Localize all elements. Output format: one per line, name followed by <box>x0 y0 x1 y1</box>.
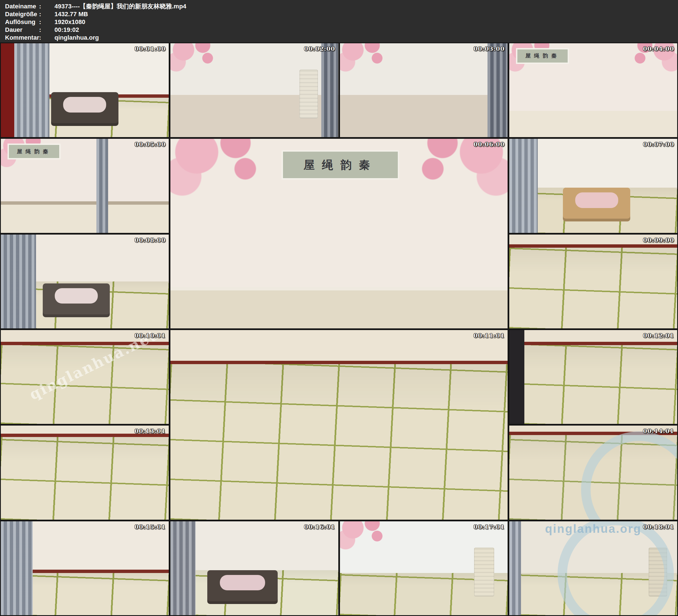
thumbnail-frame-5: 屋绳韵秦00:05:00 <box>1 139 169 233</box>
thumbnail-frame-14: 00:14:01 <box>509 426 677 519</box>
thumbnail-frame-10: qinglanhua.net00:10:01 <box>1 330 169 424</box>
cherry-blossom-decoration <box>340 43 395 76</box>
meta-value-filename: 49373----【秦韵绳屋】我们的新朋友林晓雅.mp4 <box>49 2 678 10</box>
thumbnail-frame-18: qinglanhua.org00:18:01 <box>509 521 677 615</box>
meta-label: Auflösung <box>5 18 39 26</box>
timestamp-overlay: 00:17:01 <box>474 523 504 530</box>
thumbnail-frame-15: 00:15:01 <box>1 521 169 615</box>
meta-separator: : <box>39 10 49 18</box>
meta-row-aufloesung: Auflösung : 1920x1080 <box>5 18 678 26</box>
thumbnail-frame-7: 00:07:00 <box>509 139 677 233</box>
timestamp-overlay: 00:13:01 <box>135 427 166 434</box>
floor-area <box>1 205 169 233</box>
curtain <box>487 43 507 137</box>
curtain <box>321 43 338 137</box>
floor-area <box>1 345 169 424</box>
thumbnail-frame-16: 00:16:01 <box>171 521 338 615</box>
floor-area <box>171 364 508 519</box>
timestamp-overlay: 00:08:00 <box>135 236 166 243</box>
baseboard <box>509 244 677 248</box>
timestamp-overlay: 00:11:01 <box>474 332 504 339</box>
sofa-pillow <box>220 575 265 590</box>
air-conditioner-unit <box>474 548 494 596</box>
curtain <box>509 139 538 233</box>
cherry-blossom-decoration <box>171 43 226 76</box>
timestamp-overlay: 00:09:00 <box>643 236 674 243</box>
door-panel <box>509 330 524 424</box>
thumbnail-frame-1: 00:01:00 <box>1 43 169 137</box>
thumbnail-frame-13: 00:13:01 <box>1 426 169 519</box>
thumbnail-frame-17: 00:17:01 <box>340 521 508 615</box>
meta-separator: : <box>39 2 49 10</box>
door-panel <box>1 43 14 137</box>
timestamp-overlay: 00:15:01 <box>135 523 166 530</box>
floor-area <box>340 95 508 137</box>
timestamp-overlay: 00:18:01 <box>643 523 674 530</box>
thumbnail-frame-3: 00:03:00 <box>340 43 508 137</box>
cherry-blossom-decoration <box>340 521 395 554</box>
timestamp-overlay: 00:12:01 <box>643 332 674 339</box>
floor-area <box>509 111 677 137</box>
cherry-blossom-decoration <box>397 139 507 205</box>
timestamp-overlay: 00:03:00 <box>474 45 504 52</box>
sofa-pillow <box>63 97 106 113</box>
calligraphy-banner: 屋绳韵秦 <box>7 144 61 159</box>
calligraphy-banner: 屋绳韵秦 <box>516 48 569 64</box>
thumbnail-frame-9: 00:09:00 <box>509 235 677 329</box>
floor-area <box>509 345 677 424</box>
meta-label: Dauer <box>5 26 39 34</box>
timestamp-overlay: 00:06:00 <box>474 141 504 148</box>
timestamp-overlay: 00:10:01 <box>135 332 166 339</box>
sofa <box>51 92 118 126</box>
meta-separator: : <box>39 26 49 34</box>
calligraphy-banner: 屋绳韵秦 <box>281 150 399 180</box>
file-metadata-header: Dateiname : 49373----【秦韵绳屋】我们的新朋友林晓雅.mp4… <box>0 0 678 42</box>
air-conditioner-unit <box>299 70 318 118</box>
floor-area <box>509 248 677 329</box>
thumbnail-frame-11: 00:11:01 <box>171 330 508 519</box>
curtain <box>171 521 195 615</box>
meta-separator: : <box>39 34 49 42</box>
curtain <box>1 235 36 329</box>
floor-area <box>1 437 169 519</box>
meta-value-filesize: 1432.77 MB <box>49 10 678 18</box>
meta-value-resolution: 1920x1080 <box>49 18 678 26</box>
thumbnail-frame-6: 屋绳韵秦00:06:00 <box>171 139 508 329</box>
baseboard <box>1 201 169 205</box>
cherry-blossom-decoration <box>171 139 281 205</box>
sofa <box>207 570 278 604</box>
wall-area <box>171 330 508 364</box>
thumbnail-grid: 00:01:0000:02:0000:03:00屋绳韵秦00:04:00屋绳韵秦… <box>0 42 678 616</box>
sofa <box>43 283 110 317</box>
timestamp-overlay: 00:04:00 <box>643 45 674 52</box>
meta-separator: : <box>39 18 49 26</box>
baseboard <box>171 361 508 364</box>
timestamp-overlay: 00:07:00 <box>643 141 674 148</box>
curtain <box>1 521 33 615</box>
timestamp-overlay: 00:16:01 <box>304 523 335 530</box>
thumbnail-frame-4: 屋绳韵秦00:04:00 <box>509 43 677 137</box>
timestamp-overlay: 00:02:00 <box>304 45 335 52</box>
thumbnail-frame-2: 00:02:00 <box>171 43 338 137</box>
meta-value-comment: qinglanhua.org <box>49 34 678 42</box>
timestamp-overlay: 00:01:00 <box>135 45 166 52</box>
curtain <box>97 139 108 233</box>
baseboard <box>171 287 508 291</box>
sofa <box>563 188 630 222</box>
thumbnail-frame-12: 00:12:01 <box>509 330 677 424</box>
meta-label: Kommentar <box>5 34 39 42</box>
meta-label: Dateiname <box>5 2 39 10</box>
meta-value-duration: 00:19:02 <box>49 26 678 34</box>
meta-row-dateigroesse: Dateigröße : 1432.77 MB <box>5 10 678 18</box>
curtain <box>14 43 49 137</box>
floor-area <box>171 291 508 329</box>
meta-label: Dateigröße <box>5 10 39 18</box>
timestamp-overlay: 00:14:01 <box>643 427 674 434</box>
meta-row-dauer: Dauer : 00:19:02 <box>5 26 678 34</box>
sofa-pillow <box>55 288 98 304</box>
thumbnail-frame-8: 00:08:00 <box>1 235 169 329</box>
baseboard <box>509 342 677 345</box>
meta-row-dateiname: Dateiname : 49373----【秦韵绳屋】我们的新朋友林晓雅.mp4 <box>5 2 678 10</box>
timestamp-overlay: 00:05:00 <box>135 141 166 148</box>
sofa-pillow <box>575 192 618 208</box>
